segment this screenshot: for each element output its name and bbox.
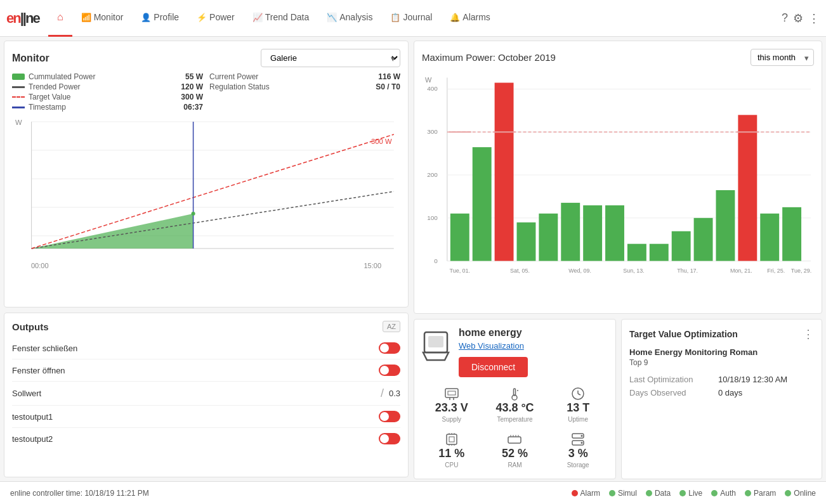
- web-viz-link[interactable]: Web Visualization: [459, 341, 528, 351]
- stat-storage: 3 % Storage: [548, 429, 608, 471]
- svg-point-84: [581, 442, 583, 444]
- time-start: 00:00: [31, 262, 49, 269]
- svg-rect-37: [605, 205, 624, 261]
- hdmi-icon: [422, 327, 450, 368]
- svg-text:300 W: 300 W: [371, 138, 392, 145]
- online-dot: [785, 490, 791, 496]
- month-dropdown[interactable]: this month: [751, 49, 814, 66]
- svg-rect-57: [428, 336, 443, 347]
- galerie-dropdown-wrap: Galerie: [261, 49, 400, 67]
- toggle-fenster-offnen[interactable]: [379, 365, 400, 376]
- toggle-fenster-schliessen[interactable]: [379, 342, 400, 354]
- status-bar: enline controller time: 10/18/19 11:21 P…: [0, 481, 826, 504]
- toggle-testoutput1[interactable]: [379, 411, 400, 422]
- svg-rect-36: [583, 205, 602, 261]
- svg-rect-43: [738, 115, 757, 261]
- svg-rect-38: [627, 244, 646, 261]
- svg-line-9: [32, 191, 394, 249]
- cpu-icon: [444, 432, 459, 447]
- stat-ram: 52 % RAM: [485, 429, 545, 471]
- svg-text:Thu, 17.: Thu, 17.: [677, 268, 698, 274]
- temperature-icon: [507, 386, 522, 401]
- nav-trenddata[interactable]: 📈 Trend Data: [244, 0, 318, 37]
- maxpower-section: Maximum Power: October 2019 this month ▾…: [414, 41, 822, 314]
- nav-home[interactable]: ⌂: [48, 0, 72, 37]
- svg-point-13: [192, 212, 195, 216]
- status-simul: Simul: [609, 489, 637, 498]
- days-value: 0 days: [718, 388, 742, 397]
- help-button[interactable]: ?: [782, 11, 788, 25]
- svg-text:300: 300: [427, 128, 438, 135]
- toggle-testoutput2[interactable]: [379, 433, 400, 444]
- stat-temperature: 43.8 °C Temperature: [485, 384, 545, 425]
- live-dot: [679, 490, 686, 496]
- svg-rect-46: [782, 207, 801, 261]
- svg-text:Wed, 09.: Wed, 09.: [568, 268, 591, 274]
- uptime-label: Uptime: [568, 416, 588, 423]
- output-row-1: Fenster öffnen: [12, 359, 400, 382]
- svg-rect-68: [447, 434, 457, 444]
- legend-trended: Trended Power 120 W: [12, 82, 203, 91]
- storage-icon: [570, 432, 586, 447]
- az-sort-button[interactable]: AZ: [383, 321, 400, 332]
- maxpower-title: Maximum Power: October 2019: [422, 52, 556, 63]
- uptime-icon: [570, 386, 586, 401]
- uptime-value: 13 T: [567, 401, 589, 415]
- target-title: Target Value Optimization: [629, 329, 738, 339]
- status-auth: Auth: [711, 489, 736, 498]
- svg-rect-35: [561, 203, 580, 261]
- outputs-title: Outputs: [12, 321, 49, 332]
- nav-profile[interactable]: 👤 Profile: [132, 0, 188, 37]
- cpu-value: 11 %: [438, 447, 464, 460]
- status-online: Online: [785, 489, 816, 498]
- target-section: Target Value Optimization ⋮ Home Energy …: [621, 319, 822, 479]
- supply-value: 23.3 V: [435, 401, 468, 415]
- svg-rect-42: [716, 190, 735, 261]
- ram-icon: [507, 432, 522, 447]
- output-row-2: Sollwert / 0.3: [12, 382, 400, 406]
- logo[interactable]: en||ne: [6, 10, 43, 27]
- time-end: 15:00: [364, 262, 381, 269]
- status-data: Data: [646, 489, 671, 498]
- legend-current-power: Current Power 116 W: [209, 72, 400, 81]
- maxpower-chart: W 0 100 200 300 400: [422, 71, 814, 287]
- alarm-dot: [572, 490, 578, 496]
- auth-dot: [711, 490, 718, 496]
- svg-rect-76: [508, 437, 521, 443]
- nav-power[interactable]: ⚡ Power: [188, 0, 244, 37]
- output-row-4: testoutput2: [12, 428, 400, 449]
- disconnect-button[interactable]: Disconnect: [459, 357, 528, 377]
- nav-analysis[interactable]: 📉 Analysis: [318, 0, 381, 37]
- temperature-label: Temperature: [497, 416, 532, 423]
- svg-point-64: [517, 390, 518, 391]
- svg-text:100: 100: [427, 214, 438, 221]
- galerie-dropdown[interactable]: Galerie: [261, 49, 400, 67]
- svg-rect-39: [650, 244, 669, 261]
- storage-label: Storage: [567, 462, 589, 468]
- svg-marker-56: [423, 352, 449, 360]
- nav-monitor[interactable]: 📶 Monitor: [72, 0, 133, 37]
- storage-value: 3 %: [568, 447, 588, 460]
- svg-marker-8: [32, 214, 193, 249]
- settings-button[interactable]: ⚙: [793, 11, 803, 25]
- svg-rect-69: [449, 437, 454, 442]
- nav-journal[interactable]: 📋 Journal: [381, 0, 441, 37]
- nav-alarms[interactable]: 🔔 Alarms: [441, 0, 499, 37]
- supply-label: Supply: [442, 416, 462, 423]
- svg-rect-34: [539, 214, 558, 261]
- target-profile-sub: Top 9: [629, 358, 814, 367]
- target-more-button[interactable]: ⋮: [803, 327, 814, 341]
- svg-rect-58: [445, 389, 458, 397]
- legend-regulation: Regulation Status S0 / T0: [209, 82, 400, 91]
- svg-text:Sun, 13.: Sun, 13.: [623, 268, 644, 274]
- cpu-label: CPU: [445, 462, 458, 468]
- svg-rect-41: [694, 218, 713, 261]
- simul-dot: [609, 490, 615, 496]
- svg-text:Mon, 21.: Mon, 21.: [730, 268, 752, 274]
- slash-icon: /: [381, 387, 384, 400]
- svg-text:Tue, 01.: Tue, 01.: [450, 268, 471, 274]
- more-button[interactable]: ⋮: [808, 11, 820, 25]
- svg-rect-40: [672, 231, 691, 261]
- svg-rect-59: [448, 391, 456, 395]
- svg-line-10: [32, 134, 394, 249]
